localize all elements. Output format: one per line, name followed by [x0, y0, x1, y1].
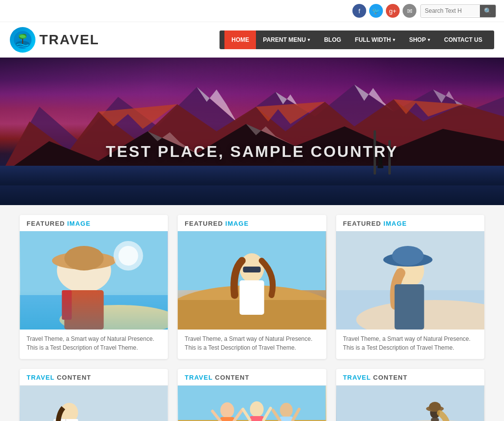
nav-home[interactable]: HOME [224, 30, 256, 49]
travel-card-1-image [20, 386, 168, 421]
full-width-arrow: ▾ [393, 37, 395, 42]
featured-card-1: FEATURED IMAGE [20, 215, 168, 359]
search-box[interactable]: 🔍 [420, 4, 496, 18]
svg-rect-40 [394, 284, 424, 330]
featured-card-2: FEATURED IMAGE [178, 215, 326, 359]
nav-blog[interactable]: BLOG [317, 30, 348, 49]
water-reflection [0, 166, 504, 185]
googleplus-icon[interactable]: g+ [386, 4, 400, 18]
card-1-svg [20, 231, 168, 330]
logo-circle [10, 27, 35, 53]
svg-rect-25 [62, 290, 72, 320]
svg-rect-33 [243, 267, 261, 272]
hero-water [0, 166, 504, 205]
cards-grid: FEATURED IMAGE [20, 215, 484, 359]
travel-card-2-header: TRAVEL CONTENT [178, 369, 326, 386]
svg-point-23 [64, 246, 104, 271]
logo-text: TRAVEL [39, 32, 99, 48]
svg-rect-54 [250, 416, 264, 421]
search-input[interactable] [421, 5, 480, 16]
facebook-icon[interactable]: f [352, 4, 366, 18]
card-3-desc: Travel Theme, a Smart way of Natural Pre… [336, 330, 484, 352]
hero-section: TEST PLACE, SAMPLE COUNTRY [0, 58, 504, 205]
nav-full-width[interactable]: FULL WIDTH ▾ [348, 30, 402, 49]
card-2-accent: IMAGE [225, 220, 249, 227]
card-3-accent: IMAGE [383, 220, 407, 227]
email-icon[interactable]: ✉ [403, 4, 416, 18]
logo-icon [13, 30, 32, 50]
travel-card-2-accent: TRAVEL [185, 374, 213, 381]
logo[interactable]: TRAVEL [10, 27, 99, 53]
travel-section: TRAVEL CONTENT TRAVE [0, 369, 504, 421]
svg-point-49 [220, 402, 234, 418]
card-1-image [20, 231, 168, 330]
card-1-desc: Travel Theme, a Smart way of Natural Pre… [20, 330, 168, 352]
parent-menu-arrow: ▾ [308, 37, 310, 42]
travel-card-2-svg [178, 386, 326, 421]
svg-rect-47 [178, 386, 326, 420]
svg-rect-50 [220, 417, 234, 421]
svg-rect-24 [64, 290, 104, 330]
top-bar: f 🐦 g+ ✉ 🔍 [0, 0, 504, 22]
hero-headline: TEST PLACE, SAMPLE COUNTRY [106, 143, 398, 161]
card-2-desc: Travel Theme, a Smart way of Natural Pre… [178, 330, 326, 352]
travel-card-1: TRAVEL CONTENT [20, 369, 168, 421]
featured-cards-section: FEATURED IMAGE [0, 205, 504, 369]
search-button[interactable]: 🔍 [480, 5, 496, 17]
card-2-svg [178, 231, 326, 330]
card-3-svg [336, 231, 484, 330]
hero-mountains [0, 77, 504, 176]
travel-card-1-accent: TRAVEL [27, 374, 55, 381]
svg-point-20 [60, 305, 168, 330]
card-2-image [178, 231, 326, 330]
header: TRAVEL HOME PARENT MENU ▾ BLOG FULL WIDT… [0, 22, 504, 58]
svg-point-57 [280, 403, 293, 418]
travel-grid: TRAVEL CONTENT TRAVE [20, 369, 484, 421]
card-2-header: FEATURED IMAGE [178, 215, 326, 231]
nav-shop[interactable]: SHOP ▾ [402, 30, 437, 49]
svg-rect-19 [20, 295, 168, 330]
svg-rect-58 [280, 417, 293, 421]
svg-point-5 [20, 35, 26, 38]
svg-point-27 [119, 246, 138, 266]
svg-point-67 [429, 402, 441, 412]
twitter-icon[interactable]: 🐦 [369, 4, 383, 18]
card-3-header: FEATURED IMAGE [336, 215, 484, 231]
travel-card-2-image [178, 386, 326, 421]
shop-arrow: ▾ [428, 37, 430, 42]
svg-point-53 [250, 401, 264, 417]
svg-point-39 [392, 246, 423, 266]
svg-rect-41 [20, 386, 168, 421]
card-1-header: FEATURED IMAGE [20, 215, 168, 231]
nav-contact[interactable]: CONTACT US [437, 30, 489, 49]
card-1-accent: IMAGE [67, 220, 91, 227]
svg-rect-61 [336, 386, 484, 421]
mountains-svg [0, 77, 504, 176]
travel-card-3: TRAVEL CONTENT [336, 369, 484, 421]
travel-card-3-header: TRAVEL CONTENT [336, 369, 484, 386]
featured-card-3: FEATURED IMAGE [336, 215, 484, 359]
social-icons: f 🐦 g+ ✉ [352, 4, 416, 18]
travel-card-3-accent: TRAVEL [343, 374, 371, 381]
main-nav: HOME PARENT MENU ▾ BLOG FULL WIDTH ▾ SHO… [220, 30, 494, 49]
svg-rect-32 [240, 280, 264, 315]
card-3-image [336, 231, 484, 330]
travel-card-1-header: TRAVEL CONTENT [20, 369, 168, 386]
travel-card-1-svg [20, 386, 168, 421]
svg-rect-65 [431, 418, 439, 421]
travel-card-3-svg [336, 386, 484, 421]
travel-card-3-image [336, 386, 484, 421]
nav-parent-menu[interactable]: PARENT MENU ▾ [256, 30, 317, 49]
travel-card-2: TRAVEL CONTENT [178, 369, 326, 421]
